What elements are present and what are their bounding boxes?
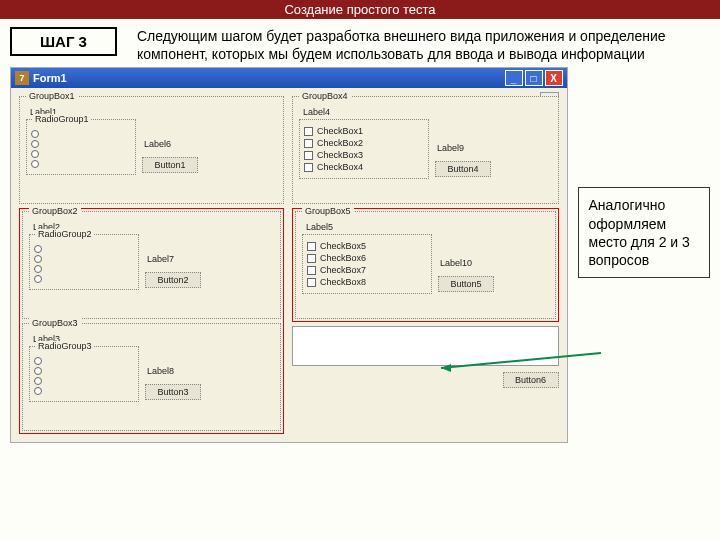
checkbox-icon [304, 163, 313, 172]
groupbox5[interactable]: GroupBox5 Label5 CheckBox5 CheckBox6 Che… [295, 211, 556, 319]
form-screenshot: 7 Form1 _ □ X XP GroupBox1 Label1 [10, 67, 568, 443]
radiogroup3[interactable]: RadioGroup3 [29, 346, 139, 402]
radio-option[interactable] [34, 275, 134, 283]
window-title: Form1 [33, 72, 67, 84]
checkbox5[interactable]: CheckBox5 [307, 241, 427, 251]
note-box: Аналогично оформляем место для 2 и 3 воп… [578, 187, 711, 278]
radio-icon [31, 140, 39, 148]
radio-option[interactable] [31, 160, 131, 168]
groupbox1-caption: GroupBox1 [26, 91, 78, 101]
right-column: GroupBox4 Label4 CheckBox1 CheckBox2 Che… [292, 96, 559, 434]
checkbox7[interactable]: CheckBox7 [307, 265, 427, 275]
groupbox2[interactable]: GroupBox2 Label2 RadioGroup2 [22, 211, 281, 319]
main-area: 7 Form1 _ □ X XP GroupBox1 Label1 [0, 67, 720, 443]
radio-option[interactable] [34, 265, 134, 273]
highlight-box-left: GroupBox2 Label2 RadioGroup2 [19, 208, 284, 434]
form-body: GroupBox1 Label1 RadioGroup1 L [11, 88, 567, 442]
label8: Label8 [145, 364, 176, 378]
checkbox-icon [304, 127, 313, 136]
groupbox1[interactable]: GroupBox1 Label1 RadioGroup1 L [19, 96, 284, 204]
button6[interactable]: Button6 [503, 372, 559, 388]
radio-icon [31, 130, 39, 138]
radio-option[interactable] [31, 150, 131, 158]
bottom-bar [292, 326, 559, 366]
checkbox-icon [307, 254, 316, 263]
radiogroup1-caption: RadioGroup1 [33, 114, 91, 124]
radio-option[interactable] [34, 367, 134, 375]
app-icon: 7 [15, 71, 29, 85]
minimize-button[interactable]: _ [505, 70, 523, 86]
checkbox-list-4: CheckBox1 CheckBox2 CheckBox3 CheckBox4 [299, 119, 429, 179]
button5[interactable]: Button5 [438, 276, 494, 292]
radio-icon [31, 160, 39, 168]
window-titlebar[interactable]: 7 Form1 _ □ X [11, 68, 567, 88]
groupbox2-caption: GroupBox2 [29, 206, 81, 216]
groupbox5-caption: GroupBox5 [302, 206, 354, 216]
checkbox3[interactable]: CheckBox3 [304, 150, 424, 160]
label6: Label6 [142, 137, 173, 151]
description-text: Следующим шагом будет разработка внешнег… [137, 27, 710, 63]
maximize-button[interactable]: □ [525, 70, 543, 86]
radio-icon [34, 275, 42, 283]
radio-option[interactable] [34, 377, 134, 385]
button2[interactable]: Button2 [145, 272, 201, 288]
radiogroup2-caption: RadioGroup2 [36, 229, 94, 239]
groupbox3[interactable]: GroupBox3 Label3 RadioGroup3 [22, 323, 281, 431]
checkbox1[interactable]: CheckBox1 [304, 126, 424, 136]
checkbox-icon [304, 139, 313, 148]
radio-icon [34, 265, 42, 273]
checkbox-list-5: CheckBox5 CheckBox6 CheckBox7 CheckBox8 [302, 234, 432, 294]
checkbox-icon [307, 266, 316, 275]
label5: Label5 [302, 222, 549, 232]
highlight-box-right: GroupBox5 Label5 CheckBox5 CheckBox6 Che… [292, 208, 559, 322]
radio-icon [34, 367, 42, 375]
radio-option[interactable] [31, 130, 131, 138]
label10: Label10 [438, 256, 474, 270]
checkbox4[interactable]: CheckBox4 [304, 162, 424, 172]
close-button[interactable]: X [545, 70, 563, 86]
checkbox6[interactable]: CheckBox6 [307, 253, 427, 263]
radiogroup3-caption: RadioGroup3 [36, 341, 94, 351]
button4[interactable]: Button4 [435, 161, 491, 177]
button3[interactable]: Button3 [145, 384, 201, 400]
page-header: Создание простого теста [0, 0, 720, 19]
button1[interactable]: Button1 [142, 157, 198, 173]
radio-option[interactable] [34, 387, 134, 395]
step-label: ШАГ 3 [40, 33, 87, 50]
radio-option[interactable] [34, 255, 134, 263]
checkbox-icon [304, 151, 313, 160]
radio-icon [34, 377, 42, 385]
label7: Label7 [145, 252, 176, 266]
checkbox-icon [307, 278, 316, 287]
radio-icon [34, 387, 42, 395]
radiogroup2[interactable]: RadioGroup2 [29, 234, 139, 290]
checkbox8[interactable]: CheckBox8 [307, 277, 427, 287]
groupbox4-caption: GroupBox4 [299, 91, 351, 101]
radio-option[interactable] [34, 245, 134, 253]
label4: Label4 [299, 107, 552, 117]
header-title: Создание простого теста [284, 2, 435, 17]
top-row: ШАГ 3 Следующим шагом будет разработка в… [0, 19, 720, 67]
radio-icon [34, 245, 42, 253]
groupbox3-caption: GroupBox3 [29, 318, 81, 328]
memo-field[interactable] [292, 326, 559, 366]
checkbox-icon [307, 242, 316, 251]
radiogroup1[interactable]: RadioGroup1 [26, 119, 136, 175]
radio-option[interactable] [34, 357, 134, 365]
radio-option[interactable] [31, 140, 131, 148]
radio-icon [34, 255, 42, 263]
step-box: ШАГ 3 [10, 27, 117, 56]
groupbox4[interactable]: GroupBox4 Label4 CheckBox1 CheckBox2 Che… [292, 96, 559, 204]
radio-icon [34, 357, 42, 365]
checkbox2[interactable]: CheckBox2 [304, 138, 424, 148]
label9: Label9 [435, 141, 466, 155]
note-text: Аналогично оформляем место для 2 и 3 воп… [589, 197, 690, 268]
radio-icon [31, 150, 39, 158]
left-column: GroupBox1 Label1 RadioGroup1 L [19, 96, 284, 434]
